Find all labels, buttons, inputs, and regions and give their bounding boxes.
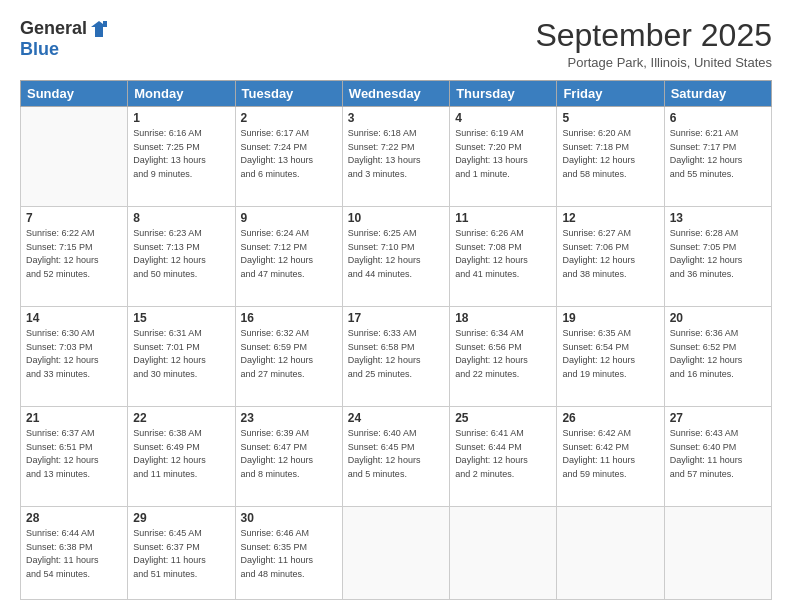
table-row: 2Sunrise: 6:17 AM Sunset: 7:24 PM Daylig… — [235, 107, 342, 207]
day-number: 6 — [670, 111, 766, 125]
calendar-table: Sunday Monday Tuesday Wednesday Thursday… — [20, 80, 772, 600]
logo-blue-text: Blue — [20, 39, 59, 60]
day-number: 15 — [133, 311, 229, 325]
day-info: Sunrise: 6:42 AM Sunset: 6:42 PM Dayligh… — [562, 427, 658, 481]
table-row: 24Sunrise: 6:40 AM Sunset: 6:45 PM Dayli… — [342, 407, 449, 507]
logo-general-text: General — [20, 18, 87, 39]
col-tuesday: Tuesday — [235, 81, 342, 107]
table-row: 14Sunrise: 6:30 AM Sunset: 7:03 PM Dayli… — [21, 307, 128, 407]
day-number: 9 — [241, 211, 337, 225]
table-row: 11Sunrise: 6:26 AM Sunset: 7:08 PM Dayli… — [450, 207, 557, 307]
month-title: September 2025 — [535, 18, 772, 53]
day-info: Sunrise: 6:43 AM Sunset: 6:40 PM Dayligh… — [670, 427, 766, 481]
table-row — [342, 507, 449, 600]
day-info: Sunrise: 6:23 AM Sunset: 7:13 PM Dayligh… — [133, 227, 229, 281]
day-number: 20 — [670, 311, 766, 325]
table-row: 30Sunrise: 6:46 AM Sunset: 6:35 PM Dayli… — [235, 507, 342, 600]
day-number: 12 — [562, 211, 658, 225]
table-row: 29Sunrise: 6:45 AM Sunset: 6:37 PM Dayli… — [128, 507, 235, 600]
table-row: 23Sunrise: 6:39 AM Sunset: 6:47 PM Dayli… — [235, 407, 342, 507]
day-number: 13 — [670, 211, 766, 225]
day-number: 21 — [26, 411, 122, 425]
day-number: 22 — [133, 411, 229, 425]
day-info: Sunrise: 6:28 AM Sunset: 7:05 PM Dayligh… — [670, 227, 766, 281]
table-row — [450, 507, 557, 600]
day-info: Sunrise: 6:25 AM Sunset: 7:10 PM Dayligh… — [348, 227, 444, 281]
day-info: Sunrise: 6:34 AM Sunset: 6:56 PM Dayligh… — [455, 327, 551, 381]
table-row: 6Sunrise: 6:21 AM Sunset: 7:17 PM Daylig… — [664, 107, 771, 207]
day-info: Sunrise: 6:20 AM Sunset: 7:18 PM Dayligh… — [562, 127, 658, 181]
table-row: 7Sunrise: 6:22 AM Sunset: 7:15 PM Daylig… — [21, 207, 128, 307]
table-row: 4Sunrise: 6:19 AM Sunset: 7:20 PM Daylig… — [450, 107, 557, 207]
table-row: 5Sunrise: 6:20 AM Sunset: 7:18 PM Daylig… — [557, 107, 664, 207]
col-wednesday: Wednesday — [342, 81, 449, 107]
col-thursday: Thursday — [450, 81, 557, 107]
day-number: 17 — [348, 311, 444, 325]
col-friday: Friday — [557, 81, 664, 107]
col-saturday: Saturday — [664, 81, 771, 107]
logo: General Blue — [20, 18, 109, 60]
header: General Blue September 2025 Portage Park… — [20, 18, 772, 70]
day-info: Sunrise: 6:35 AM Sunset: 6:54 PM Dayligh… — [562, 327, 658, 381]
table-row: 28Sunrise: 6:44 AM Sunset: 6:38 PM Dayli… — [21, 507, 128, 600]
day-info: Sunrise: 6:41 AM Sunset: 6:44 PM Dayligh… — [455, 427, 551, 481]
day-number: 14 — [26, 311, 122, 325]
day-info: Sunrise: 6:24 AM Sunset: 7:12 PM Dayligh… — [241, 227, 337, 281]
table-row — [664, 507, 771, 600]
day-number: 23 — [241, 411, 337, 425]
table-row: 15Sunrise: 6:31 AM Sunset: 7:01 PM Dayli… — [128, 307, 235, 407]
svg-marker-1 — [103, 21, 107, 27]
page: General Blue September 2025 Portage Park… — [0, 0, 792, 612]
table-row: 20Sunrise: 6:36 AM Sunset: 6:52 PM Dayli… — [664, 307, 771, 407]
day-info: Sunrise: 6:21 AM Sunset: 7:17 PM Dayligh… — [670, 127, 766, 181]
day-info: Sunrise: 6:33 AM Sunset: 6:58 PM Dayligh… — [348, 327, 444, 381]
table-row — [21, 107, 128, 207]
day-info: Sunrise: 6:45 AM Sunset: 6:37 PM Dayligh… — [133, 527, 229, 581]
table-row: 12Sunrise: 6:27 AM Sunset: 7:06 PM Dayli… — [557, 207, 664, 307]
table-row — [557, 507, 664, 600]
day-number: 2 — [241, 111, 337, 125]
day-number: 29 — [133, 511, 229, 525]
day-info: Sunrise: 6:37 AM Sunset: 6:51 PM Dayligh… — [26, 427, 122, 481]
table-row: 22Sunrise: 6:38 AM Sunset: 6:49 PM Dayli… — [128, 407, 235, 507]
col-monday: Monday — [128, 81, 235, 107]
day-info: Sunrise: 6:22 AM Sunset: 7:15 PM Dayligh… — [26, 227, 122, 281]
day-info: Sunrise: 6:17 AM Sunset: 7:24 PM Dayligh… — [241, 127, 337, 181]
day-number: 28 — [26, 511, 122, 525]
day-number: 3 — [348, 111, 444, 125]
day-number: 25 — [455, 411, 551, 425]
table-row: 27Sunrise: 6:43 AM Sunset: 6:40 PM Dayli… — [664, 407, 771, 507]
day-info: Sunrise: 6:18 AM Sunset: 7:22 PM Dayligh… — [348, 127, 444, 181]
table-row: 18Sunrise: 6:34 AM Sunset: 6:56 PM Dayli… — [450, 307, 557, 407]
table-row: 26Sunrise: 6:42 AM Sunset: 6:42 PM Dayli… — [557, 407, 664, 507]
table-row: 3Sunrise: 6:18 AM Sunset: 7:22 PM Daylig… — [342, 107, 449, 207]
day-info: Sunrise: 6:19 AM Sunset: 7:20 PM Dayligh… — [455, 127, 551, 181]
day-number: 18 — [455, 311, 551, 325]
day-number: 8 — [133, 211, 229, 225]
day-number: 30 — [241, 511, 337, 525]
day-info: Sunrise: 6:36 AM Sunset: 6:52 PM Dayligh… — [670, 327, 766, 381]
day-number: 10 — [348, 211, 444, 225]
day-number: 19 — [562, 311, 658, 325]
day-number: 5 — [562, 111, 658, 125]
day-info: Sunrise: 6:26 AM Sunset: 7:08 PM Dayligh… — [455, 227, 551, 281]
table-row: 9Sunrise: 6:24 AM Sunset: 7:12 PM Daylig… — [235, 207, 342, 307]
day-number: 7 — [26, 211, 122, 225]
day-info: Sunrise: 6:31 AM Sunset: 7:01 PM Dayligh… — [133, 327, 229, 381]
day-number: 24 — [348, 411, 444, 425]
table-row: 21Sunrise: 6:37 AM Sunset: 6:51 PM Dayli… — [21, 407, 128, 507]
day-number: 16 — [241, 311, 337, 325]
table-row: 8Sunrise: 6:23 AM Sunset: 7:13 PM Daylig… — [128, 207, 235, 307]
table-row: 25Sunrise: 6:41 AM Sunset: 6:44 PM Dayli… — [450, 407, 557, 507]
day-number: 11 — [455, 211, 551, 225]
table-row: 17Sunrise: 6:33 AM Sunset: 6:58 PM Dayli… — [342, 307, 449, 407]
day-info: Sunrise: 6:40 AM Sunset: 6:45 PM Dayligh… — [348, 427, 444, 481]
logo-flag-icon — [89, 19, 109, 39]
day-number: 27 — [670, 411, 766, 425]
table-row: 19Sunrise: 6:35 AM Sunset: 6:54 PM Dayli… — [557, 307, 664, 407]
title-area: September 2025 Portage Park, Illinois, U… — [535, 18, 772, 70]
table-row: 10Sunrise: 6:25 AM Sunset: 7:10 PM Dayli… — [342, 207, 449, 307]
day-number: 4 — [455, 111, 551, 125]
day-info: Sunrise: 6:27 AM Sunset: 7:06 PM Dayligh… — [562, 227, 658, 281]
day-info: Sunrise: 6:16 AM Sunset: 7:25 PM Dayligh… — [133, 127, 229, 181]
